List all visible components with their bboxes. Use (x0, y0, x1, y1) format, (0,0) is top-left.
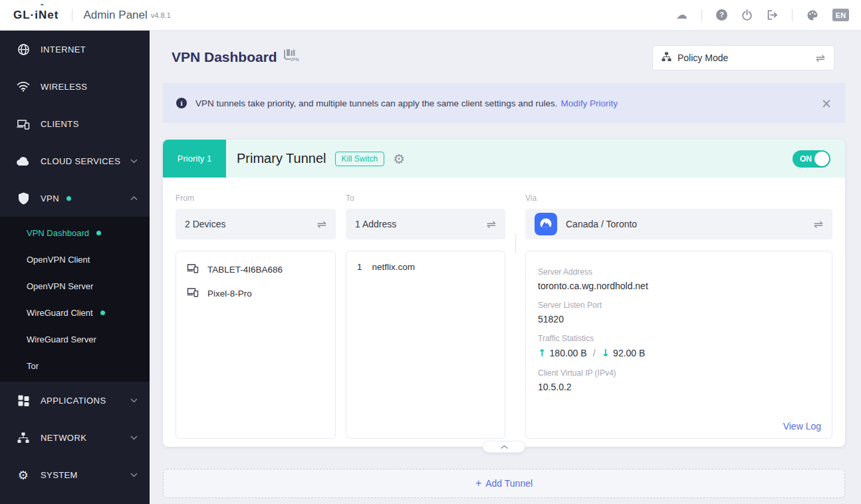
submenu-label: OpenVPN Server (27, 281, 93, 291)
tunnel-on-toggle[interactable]: ON (793, 150, 830, 168)
tunnel-card: Priority 1 Primary Tunnel Kill Switch ⚙ … (163, 140, 845, 447)
logout-icon[interactable] (767, 9, 778, 21)
main-content: VPN Dashboard VPN Policy Mode ⇌ i VPN tu… (150, 31, 861, 504)
topbar-divider (72, 9, 72, 21)
sidebar-item-wireless[interactable]: WIRELESS (0, 68, 150, 105)
chevron-down-icon (130, 398, 138, 403)
collapse-tunnel-button[interactable] (483, 441, 525, 453)
upload-arrow-icon: ↑ (538, 347, 547, 359)
from-column: From 2 Devices ⇌ TABLET-4I6BA686 (176, 193, 336, 439)
chevron-down-icon (130, 436, 138, 440)
from-value: 2 Devices (185, 219, 225, 229)
priority-badge: Priority 1 (163, 140, 226, 178)
topbar-separator (701, 9, 702, 21)
add-tunnel-label: Add Tunnel (485, 478, 533, 489)
sidebar-item-applications[interactable]: APPLICATIONS (0, 382, 150, 419)
to-value: 1 Address (355, 219, 396, 229)
cloud-icon[interactable]: ☁ (676, 9, 687, 21)
traffic-separator: / (593, 348, 596, 358)
chevron-down-icon (130, 159, 138, 164)
close-icon[interactable]: × (821, 97, 832, 110)
client-ip-value: 10.5.0.2 (538, 382, 820, 392)
submenu-item-openvpn-server[interactable]: OpenVPN Server (0, 273, 150, 299)
page-header: VPN Dashboard VPN (172, 48, 300, 65)
submenu-item-vpn-dashboard[interactable]: VPN Dashboard (0, 219, 150, 246)
add-tunnel-button[interactable]: + Add Tunnel (163, 469, 845, 498)
swap-icon: ⇌ (816, 51, 825, 64)
sidebar-item-label: NETWORK (41, 433, 86, 443)
submenu-item-wireguard-client[interactable]: WireGuard Client (0, 299, 150, 326)
sidebar: INTERNET WIRELESS CLIENTS CLOUD SERVICES (0, 31, 150, 504)
view-log-link[interactable]: View Log (783, 421, 821, 432)
sidebar-item-clients[interactable]: CLIENTS (0, 105, 150, 142)
sidebar-item-network[interactable]: NETWORK (0, 419, 150, 456)
server-address-value: toronto.ca.wg.nordhold.net (538, 281, 820, 291)
swap-icon: ⇌ (814, 217, 823, 231)
via-label: Via (525, 193, 832, 203)
address-index: 1 (357, 262, 362, 272)
vpn-book-icon: VPN (283, 48, 300, 65)
device-icon (187, 287, 199, 299)
submenu-item-wireguard-server[interactable]: WireGuard Server (0, 326, 150, 352)
from-label: From (176, 193, 336, 203)
submenu-label: WireGuard Client (27, 308, 93, 318)
nordvpn-logo-icon (535, 213, 557, 235)
reboot-icon[interactable] (741, 9, 753, 21)
wifi-icon (16, 81, 31, 92)
app-version: v4.8.1 (151, 11, 171, 19)
listen-port-label: Server Listen Port (538, 301, 820, 310)
apps-grid-icon (16, 395, 31, 406)
listen-port-value: 51820 (538, 314, 820, 324)
language-badge[interactable]: EN (832, 9, 849, 21)
sidebar-item-system[interactable]: ⚙ SYSTEM (0, 456, 150, 493)
sidebar-item-label: CLIENTS (41, 119, 79, 129)
tunnel-name: Primary Tunnel (237, 151, 326, 166)
to-select[interactable]: 1 Address ⇌ (346, 209, 505, 239)
sidebar-item-internet[interactable]: INTERNET (0, 31, 150, 68)
swap-icon: ⇌ (317, 217, 326, 231)
submenu-item-openvpn-client[interactable]: OpenVPN Client (0, 246, 150, 273)
to-column: To 1 Address ⇌ 1 netflix.com (346, 193, 505, 439)
policy-mode-select[interactable]: Policy Mode ⇌ (652, 45, 834, 70)
submenu-label: Tor (27, 361, 39, 371)
download-value: 92.00 B (613, 348, 645, 358)
brand-logo: GL·iNet ˆ (13, 9, 59, 22)
vpn-submenu: VPN Dashboard OpenVPN Client OpenVPN Ser… (0, 217, 150, 382)
device-row: Pixel-8-Pro (176, 287, 335, 299)
traffic-value: ↑ 180.00 B / ↓ 92.00 B (538, 347, 820, 359)
submenu-label: VPN Dashboard (27, 228, 89, 238)
submenu-label: WireGuard Server (27, 334, 96, 344)
modify-priority-link[interactable]: Modify Priority (561, 98, 618, 108)
tunnel-card-header: Priority 1 Primary Tunnel Kill Switch ⚙ … (163, 140, 845, 178)
download-arrow-icon: ↓ (602, 347, 610, 359)
device-name: Pixel-8-Pro (207, 289, 252, 299)
status-dot (96, 231, 101, 235)
swap-icon: ⇌ (487, 217, 496, 231)
via-select[interactable]: Canada / Toronto ⇌ (525, 209, 832, 239)
sidebar-item-label: WIRELESS (41, 82, 87, 92)
sidebar-item-label: SYSTEM (41, 470, 78, 480)
help-icon[interactable]: ? (716, 9, 727, 21)
svg-text:VPN: VPN (290, 57, 299, 62)
policy-mode-label: Policy Mode (677, 53, 728, 63)
from-select[interactable]: 2 Devices ⇌ (176, 209, 336, 239)
via-details-panel: Server Address toronto.ca.wg.nordhold.ne… (525, 251, 832, 439)
to-label: To (346, 193, 505, 203)
vertical-divider (515, 233, 516, 253)
sidebar-item-cloud-services[interactable]: CLOUD SERVICES (0, 142, 150, 180)
sitemap-icon (16, 432, 31, 443)
top-bar: GL·iNet ˆ Admin Panel v4.8.1 ☁ ? EN (0, 0, 861, 31)
address-host: netflix.com (372, 262, 416, 272)
info-icon: i (176, 98, 187, 108)
kill-switch-badge: Kill Switch (335, 152, 385, 166)
theme-palette-icon[interactable] (806, 9, 818, 21)
policy-mode-icon (662, 52, 672, 64)
help-glyph: ? (716, 9, 727, 21)
tunnel-settings-gear-icon[interactable]: ⚙ (393, 151, 405, 167)
brand-logo-text: GL·iNet (13, 9, 59, 21)
sidebar-item-label: APPLICATIONS (41, 396, 106, 406)
submenu-item-tor[interactable]: Tor (0, 352, 150, 379)
via-column: Via Canada / Toronto ⇌ Server Addre (525, 193, 832, 439)
sidebar-item-vpn[interactable]: VPN (0, 180, 150, 217)
toggle-knob (814, 152, 829, 166)
